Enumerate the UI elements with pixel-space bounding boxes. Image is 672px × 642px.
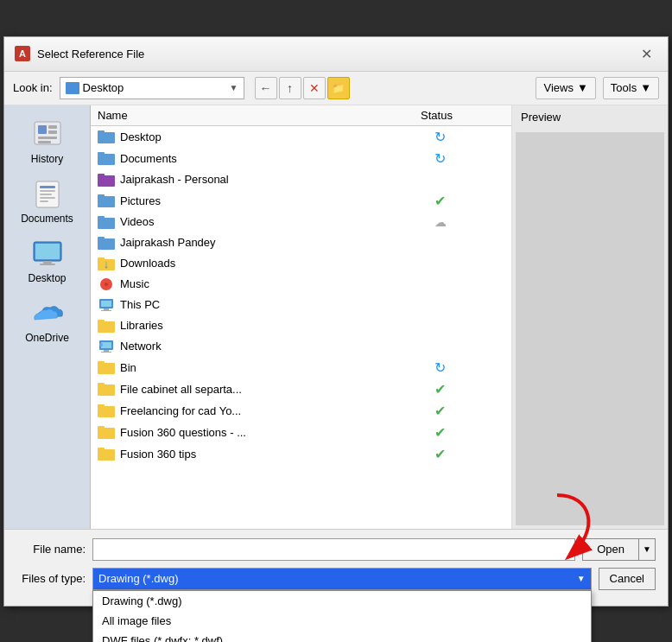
file-row[interactable]: Videos☁ xyxy=(91,212,511,232)
file-row-status: ↻ xyxy=(377,150,504,167)
file-row-name: Downloads xyxy=(120,257,377,270)
open-button[interactable]: Open xyxy=(582,538,638,561)
svg-rect-7 xyxy=(40,186,55,188)
file-row-status: ☁ xyxy=(377,215,504,229)
file-row[interactable]: Desktop↻ xyxy=(91,126,511,148)
file-row-status: ↻ xyxy=(377,129,504,145)
tools-button[interactable]: Tools ▼ xyxy=(603,77,659,99)
cancel-button[interactable]: Cancel xyxy=(599,568,656,590)
file-list: Desktop↻Documents↻Jaiprakash - PersonalP… xyxy=(91,126,511,529)
look-in-arrow-icon: ▼ xyxy=(230,83,238,92)
dialog-title: Select Reference File xyxy=(37,48,144,60)
views-label: Views xyxy=(543,81,573,94)
file-icon xyxy=(98,150,115,166)
svg-rect-35 xyxy=(104,308,109,310)
file-icon xyxy=(98,172,115,188)
history-icon xyxy=(30,119,65,150)
title-bar-left: A Select Reference File xyxy=(15,46,144,61)
look-in-label: Look in: xyxy=(13,81,53,94)
file-row-status: ✔ xyxy=(377,424,504,441)
file-list-header: Name Status xyxy=(91,105,511,126)
sidebar-item-desktop-label: Desktop xyxy=(28,272,66,284)
svg-rect-38 xyxy=(98,320,105,323)
select-reference-file-dialog: A Select Reference File ✕ Look in: Deskt… xyxy=(3,36,669,607)
svg-rect-45 xyxy=(98,361,105,365)
file-row[interactable]: Fusion 360 tips✔ xyxy=(91,443,511,465)
sidebar-item-desktop[interactable]: Desktop xyxy=(10,233,86,289)
file-row[interactable]: Libraries xyxy=(91,315,511,336)
up-button[interactable]: ↑ xyxy=(279,77,301,99)
file-row[interactable]: Pictures✔ xyxy=(91,190,511,212)
file-row-name: Network xyxy=(120,340,377,353)
file-icon xyxy=(98,424,115,440)
back-button[interactable]: ← xyxy=(255,77,277,99)
column-status-header[interactable]: Status xyxy=(369,109,504,122)
svg-rect-25 xyxy=(98,216,105,219)
main-content: History Documents xyxy=(4,105,668,529)
column-name-header[interactable]: Name xyxy=(98,109,369,122)
file-row[interactable]: Jaiprakash Pandey xyxy=(91,232,511,253)
sidebar-item-documents[interactable]: Documents xyxy=(10,174,86,230)
file-row-status: ✔ xyxy=(377,403,504,419)
file-row[interactable]: ↓Downloads xyxy=(91,253,511,274)
look-in-dropdown[interactable]: Desktop ▼ xyxy=(60,77,244,99)
svg-rect-47 xyxy=(98,383,105,386)
file-icon xyxy=(98,318,115,334)
svg-rect-4 xyxy=(38,137,57,139)
sidebar-item-history[interactable]: History xyxy=(10,114,86,170)
preview-panel: Preview xyxy=(512,105,668,529)
file-row-status: ↻ xyxy=(377,359,504,376)
sidebar-item-onedrive[interactable]: OneDrive xyxy=(10,293,86,349)
file-row-name: Fusion 360 tips xyxy=(120,448,377,461)
filetype-selected[interactable]: Drawing (*.dwg) ▼ xyxy=(92,568,592,590)
filetype-option[interactable]: All image files xyxy=(93,611,591,631)
svg-rect-8 xyxy=(40,190,55,192)
close-button[interactable]: ✕ xyxy=(636,44,657,64)
file-icon xyxy=(98,129,115,144)
open-button-group: Open ▼ xyxy=(582,538,656,561)
svg-rect-13 xyxy=(35,244,60,259)
svg-rect-42 xyxy=(101,352,111,353)
tools-label: Tools xyxy=(611,81,637,94)
file-icon xyxy=(98,235,115,251)
filetype-label: Files of type: xyxy=(16,572,86,585)
file-row[interactable]: Network xyxy=(91,336,511,357)
filetype-dropdown: Drawing (*.dwg)All image filesDWF files … xyxy=(92,590,592,643)
file-row-status: ✔ xyxy=(377,446,504,462)
filetype-option[interactable]: DWF files (*.dwfx; *.dwf) xyxy=(93,631,591,643)
file-row[interactable]: Fusion 360 questions - ...✔ xyxy=(91,422,511,443)
file-row[interactable]: Bin↻ xyxy=(91,357,511,378)
file-row[interactable]: Jaiprakash - Personal xyxy=(91,169,511,190)
svg-rect-11 xyxy=(40,200,48,202)
file-row-name: This PC xyxy=(120,298,377,311)
svg-rect-3 xyxy=(48,130,57,134)
file-row-name: Jaiprakash - Personal xyxy=(120,173,377,186)
svg-rect-10 xyxy=(40,197,55,199)
file-row-name: Freelancing for cad Yo... xyxy=(120,404,377,417)
svg-rect-53 xyxy=(98,448,105,451)
svg-rect-15 xyxy=(40,264,55,265)
new-folder-button[interactable]: 📁 xyxy=(327,77,350,99)
filetype-arrow-icon: ▼ xyxy=(577,574,586,583)
svg-rect-49 xyxy=(98,404,105,408)
file-icon xyxy=(98,339,115,354)
file-icon xyxy=(98,214,115,230)
file-row-name: Fusion 360 questions - ... xyxy=(120,426,377,439)
file-row-name: Jaiprakash Pandey xyxy=(120,236,377,249)
onedrive-icon xyxy=(30,298,65,329)
file-row[interactable]: Music xyxy=(91,274,511,295)
file-row-name: Videos xyxy=(120,215,377,228)
file-row[interactable]: File cabinet all separta...✔ xyxy=(91,378,511,400)
file-icon xyxy=(98,277,115,292)
sidebar-item-onedrive-label: OneDrive xyxy=(25,332,69,344)
file-row[interactable]: Freelancing for cad Yo...✔ xyxy=(91,400,511,422)
file-icon xyxy=(98,446,115,461)
delete-button[interactable]: ✕ xyxy=(303,77,326,99)
filename-input[interactable] xyxy=(92,538,575,561)
filetype-option[interactable]: Drawing (*.dwg) xyxy=(93,591,591,611)
open-dropdown-arrow[interactable]: ▼ xyxy=(638,538,656,561)
file-row[interactable]: This PC xyxy=(91,295,511,315)
file-row[interactable]: Documents↻ xyxy=(91,148,511,169)
views-button[interactable]: Views ▼ xyxy=(536,77,595,99)
filetype-row: Files of type: Drawing (*.dwg) ▼ Drawing… xyxy=(16,568,656,590)
